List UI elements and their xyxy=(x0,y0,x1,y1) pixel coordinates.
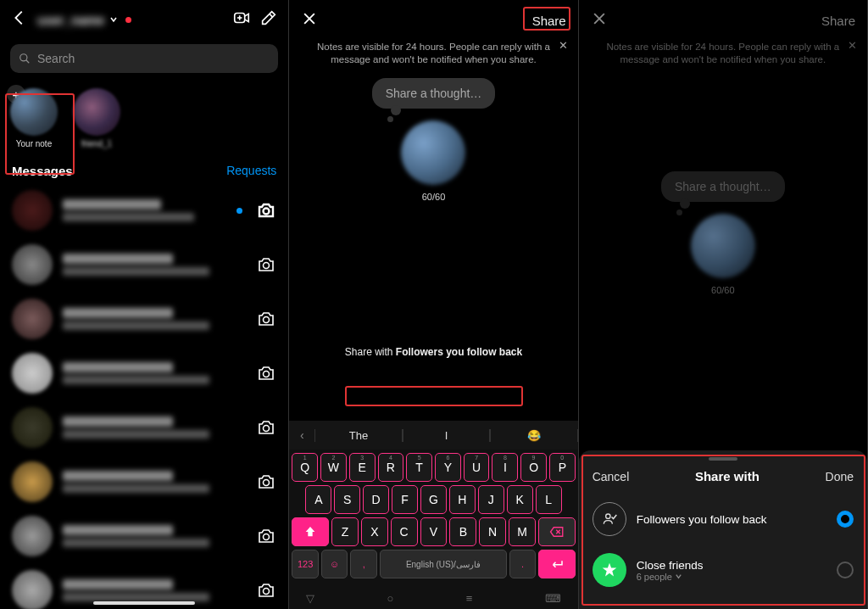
camera-icon[interactable] xyxy=(256,417,276,438)
keyboard-settings-icon[interactable]: ⌨ xyxy=(545,592,561,607)
comma-key[interactable]: , xyxy=(350,550,377,578)
thought-input[interactable]: Share a thought… xyxy=(372,78,496,109)
message-row[interactable] xyxy=(0,455,288,509)
requests-link[interactable]: Requests xyxy=(226,164,276,178)
key-a[interactable]: A xyxy=(305,485,331,514)
emoji-key[interactable]: ☺ xyxy=(321,550,348,578)
close-icon[interactable] xyxy=(591,10,608,31)
account-switcher[interactable]: user_name xyxy=(37,13,224,27)
radio-selected[interactable] xyxy=(837,511,854,528)
avatar xyxy=(12,570,53,609)
key-j[interactable]: J xyxy=(478,485,504,514)
suggestion[interactable]: The xyxy=(314,429,402,442)
avatar xyxy=(401,120,465,185)
camera-icon[interactable] xyxy=(256,526,276,546)
share-button[interactable]: Share xyxy=(532,14,566,28)
your-note-label: Your note xyxy=(16,139,52,148)
key-m[interactable]: M xyxy=(509,517,536,546)
key-l[interactable]: L xyxy=(536,485,562,514)
avatar xyxy=(12,190,53,231)
message-row[interactable] xyxy=(0,237,288,292)
key-d[interactable]: D xyxy=(363,485,389,514)
video-call-icon[interactable] xyxy=(232,8,251,31)
key-f[interactable]: F xyxy=(392,485,418,514)
friend-note-item[interactable]: friend_1 xyxy=(73,88,120,148)
key-x[interactable]: X xyxy=(361,517,388,546)
compose-icon[interactable] xyxy=(259,8,278,31)
dismiss-info-icon[interactable]: ✕ xyxy=(559,39,568,53)
back-arrow-icon[interactable] xyxy=(10,8,29,31)
nav-back-icon[interactable]: ▽ xyxy=(306,592,314,607)
key-k[interactable]: K xyxy=(507,485,533,514)
backspace-key[interactable] xyxy=(538,517,576,546)
key-v[interactable]: V xyxy=(420,517,448,546)
keyboard[interactable]: ‹ The I 😂 Q1W2E3R4T5Y6U7I8O9P0 ASDFGHJKL… xyxy=(289,421,577,609)
camera-icon[interactable] xyxy=(256,580,276,601)
key-r[interactable]: R4 xyxy=(378,453,404,482)
suggestion[interactable]: 😂 xyxy=(490,429,577,442)
char-counter: 60/60 xyxy=(711,285,735,295)
sheet-drag-handle[interactable] xyxy=(709,457,737,461)
svg-point-8 xyxy=(264,372,270,377)
key-y[interactable]: Y6 xyxy=(435,453,461,482)
close-icon[interactable] xyxy=(301,10,318,31)
cancel-button[interactable]: Cancel xyxy=(593,470,630,483)
expand-suggestions-icon[interactable]: ‹ xyxy=(289,428,314,442)
share-button[interactable]: Share xyxy=(821,14,855,28)
camera-icon[interactable] xyxy=(256,254,276,275)
audience-option-followers[interactable]: Followers you follow back xyxy=(579,494,867,545)
message-row[interactable] xyxy=(0,292,288,346)
key-w[interactable]: W2 xyxy=(320,453,347,482)
suggestion[interactable]: I xyxy=(403,429,490,442)
messages-title: Messages xyxy=(12,164,73,178)
note-editor-header: Share xyxy=(289,0,577,41)
key-t[interactable]: T5 xyxy=(406,453,432,482)
period-key[interactable]: . xyxy=(509,550,537,578)
nav-recent-icon[interactable]: ≡ xyxy=(466,592,473,607)
key-e[interactable]: E3 xyxy=(349,453,376,482)
avatar xyxy=(12,516,53,556)
done-button[interactable]: Done xyxy=(826,470,854,483)
nav-home-icon[interactable]: ○ xyxy=(387,592,394,607)
key-s[interactable]: S xyxy=(334,485,360,514)
camera-icon[interactable] xyxy=(256,309,276,329)
share-with-audience-link[interactable]: Share with Followers you follow back xyxy=(289,346,577,365)
key-p[interactable]: P0 xyxy=(549,453,576,482)
enter-key[interactable] xyxy=(538,550,575,578)
search-input[interactable]: Search xyxy=(10,44,278,73)
key-z[interactable]: Z xyxy=(331,517,359,546)
camera-icon[interactable] xyxy=(256,200,276,221)
avatar xyxy=(12,353,53,394)
spacebar[interactable]: English (US)/فارسی xyxy=(380,550,507,578)
message-row[interactable] xyxy=(0,400,288,455)
key-n[interactable]: N xyxy=(479,517,506,546)
message-row[interactable] xyxy=(0,346,288,400)
close-friends-count[interactable]: 6 people xyxy=(637,572,826,582)
key-o[interactable]: O9 xyxy=(520,453,547,482)
camera-icon[interactable] xyxy=(256,363,276,383)
key-c[interactable]: C xyxy=(391,517,418,546)
avatar xyxy=(12,461,53,502)
audience-option-close-friends[interactable]: Close friends 6 people xyxy=(579,545,867,595)
your-note-item[interactable]: + Your note xyxy=(10,88,58,148)
key-h[interactable]: H xyxy=(449,485,476,514)
message-preview xyxy=(63,471,246,493)
thought-input[interactable]: Share a thought… xyxy=(661,171,785,202)
message-row[interactable] xyxy=(0,183,288,237)
key-q[interactable]: Q1 xyxy=(292,453,318,482)
key-b[interactable]: B xyxy=(449,517,476,546)
dismiss-info-icon[interactable]: ✕ xyxy=(848,39,857,53)
numeric-key[interactable]: 123 xyxy=(292,550,319,578)
message-preview xyxy=(63,362,246,384)
camera-icon[interactable] xyxy=(256,472,276,492)
android-nav-bar: ▽ ○ ≡ ⌨ xyxy=(289,592,577,607)
shift-key[interactable] xyxy=(292,517,329,546)
message-list xyxy=(0,183,288,609)
key-i[interactable]: I8 xyxy=(492,453,518,482)
message-row[interactable] xyxy=(0,509,288,563)
avatar xyxy=(10,88,58,136)
key-g[interactable]: G xyxy=(420,485,447,514)
unread-dot-icon xyxy=(236,208,242,214)
key-u[interactable]: U7 xyxy=(464,453,490,482)
radio-unselected[interactable] xyxy=(837,562,854,578)
